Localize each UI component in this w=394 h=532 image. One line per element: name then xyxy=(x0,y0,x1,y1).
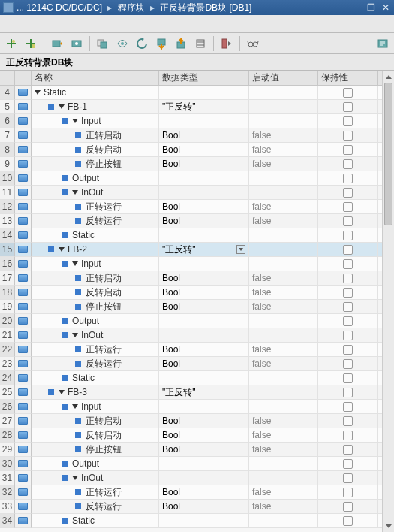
type-cell[interactable] xyxy=(159,457,249,471)
retain-cell[interactable] xyxy=(318,428,378,443)
caret-down-icon[interactable] xyxy=(72,404,78,409)
retain-cell[interactable] xyxy=(318,257,378,271)
start-cell[interactable] xyxy=(249,100,318,114)
start-cell[interactable] xyxy=(249,371,318,385)
type-cell[interactable]: Bool xyxy=(159,485,249,500)
type-cell[interactable] xyxy=(159,371,249,385)
retain-checkbox[interactable] xyxy=(343,274,353,283)
start-cell[interactable] xyxy=(249,328,318,343)
retain-cell[interactable] xyxy=(318,86,378,100)
crumb-2[interactable]: 程序块 xyxy=(118,2,145,13)
init-button[interactable] xyxy=(134,35,150,52)
retain-checkbox[interactable] xyxy=(343,373,353,383)
retain-checkbox[interactable] xyxy=(343,159,353,169)
name-cell[interactable]: Static xyxy=(32,228,159,243)
start-cell[interactable] xyxy=(249,171,318,186)
start-cell[interactable]: false xyxy=(249,128,318,143)
type-cell[interactable]: Bool xyxy=(159,357,249,371)
name-cell[interactable]: 反转运行 xyxy=(32,357,159,371)
type-cell[interactable] xyxy=(159,171,249,186)
retain-cell[interactable] xyxy=(318,343,378,357)
start-cell[interactable] xyxy=(249,186,318,200)
retain-cell[interactable] xyxy=(318,271,378,286)
start-cell[interactable] xyxy=(249,257,318,271)
header-type[interactable]: 数据类型 xyxy=(159,71,249,86)
name-cell[interactable]: Static xyxy=(32,514,159,528)
caret-down-icon[interactable] xyxy=(59,390,65,394)
name-cell[interactable]: 反转运行 xyxy=(32,500,159,514)
retain-cell[interactable] xyxy=(318,471,378,485)
type-cell[interactable]: "正反转" xyxy=(159,243,249,257)
retain-cell[interactable] xyxy=(318,214,378,228)
start-cell[interactable]: false xyxy=(249,343,318,357)
retain-cell[interactable] xyxy=(318,228,378,243)
settings-button[interactable] xyxy=(374,35,391,52)
retain-cell[interactable] xyxy=(318,385,378,400)
retain-checkbox[interactable] xyxy=(343,316,353,326)
type-cell[interactable]: Bool xyxy=(159,500,249,514)
retain-checkbox[interactable] xyxy=(343,359,353,369)
close-button[interactable]: ✕ xyxy=(380,2,391,13)
retain-checkbox[interactable] xyxy=(343,459,353,469)
retain-checkbox[interactable] xyxy=(343,202,353,212)
start-cell[interactable]: false xyxy=(249,300,318,314)
type-cell[interactable] xyxy=(159,257,249,271)
name-cell[interactable]: 正转运行 xyxy=(32,485,159,500)
retain-cell[interactable] xyxy=(318,300,378,314)
name-cell[interactable]: 正转运行 xyxy=(32,200,159,214)
retain-checkbox[interactable] xyxy=(343,116,353,126)
retain-checkbox[interactable] xyxy=(343,145,353,155)
retain-checkbox[interactable] xyxy=(343,302,353,312)
insert-row-button[interactable] xyxy=(23,35,39,52)
type-cell[interactable]: Bool xyxy=(159,414,249,428)
retain-checkbox[interactable] xyxy=(343,245,353,255)
header-retain[interactable]: 保持性 xyxy=(318,71,378,86)
scroll-thumb[interactable] xyxy=(384,83,392,225)
name-cell[interactable]: 正转启动 xyxy=(32,128,159,143)
start-cell[interactable]: false xyxy=(249,143,318,157)
retain-cell[interactable] xyxy=(318,314,378,328)
scroll-up-button[interactable] xyxy=(383,71,394,83)
caret-down-icon[interactable] xyxy=(72,333,78,337)
retain-cell[interactable] xyxy=(318,243,378,257)
name-cell[interactable]: Static xyxy=(32,86,159,100)
type-cell[interactable] xyxy=(159,471,249,485)
retain-checkbox[interactable] xyxy=(343,345,353,355)
start-cell[interactable]: false xyxy=(249,428,318,443)
type-cell[interactable]: Bool xyxy=(159,214,249,228)
type-cell[interactable]: Bool xyxy=(159,271,249,286)
type-cell[interactable] xyxy=(159,228,249,243)
start-cell[interactable] xyxy=(249,385,318,400)
start-cell[interactable] xyxy=(249,400,318,414)
type-cell[interactable]: Bool xyxy=(159,157,249,171)
retain-cell[interactable] xyxy=(318,143,378,157)
retain-checkbox[interactable] xyxy=(343,188,353,198)
retain-cell[interactable] xyxy=(318,100,378,114)
dropdown-icon[interactable] xyxy=(236,245,245,254)
type-cell[interactable] xyxy=(159,328,249,343)
retain-cell[interactable] xyxy=(318,357,378,371)
type-cell[interactable]: "正反转" xyxy=(159,385,249,400)
name-cell[interactable]: 反转启动 xyxy=(32,286,159,300)
start-cell[interactable]: false xyxy=(249,500,318,514)
retain-checkbox[interactable] xyxy=(343,331,353,340)
retain-cell[interactable] xyxy=(318,500,378,514)
name-cell[interactable]: FB-3 xyxy=(32,385,159,400)
caret-down-icon[interactable] xyxy=(59,104,65,109)
retain-checkbox[interactable] xyxy=(343,445,353,455)
type-cell[interactable] xyxy=(159,114,249,128)
retain-cell[interactable] xyxy=(318,186,378,200)
start-cell[interactable]: false xyxy=(249,286,318,300)
actual-values-button[interactable] xyxy=(218,35,235,52)
caret-down-icon[interactable] xyxy=(59,247,65,252)
glasses-button[interactable] xyxy=(245,35,261,52)
download-button[interactable] xyxy=(153,35,170,52)
retain-checkbox[interactable] xyxy=(343,388,353,397)
add-row-button[interactable] xyxy=(3,35,20,52)
type-cell[interactable]: Bool xyxy=(159,443,249,457)
start-cell[interactable] xyxy=(249,514,318,528)
type-cell[interactable]: Bool xyxy=(159,286,249,300)
retain-cell[interactable] xyxy=(318,514,378,528)
vertical-scrollbar[interactable] xyxy=(382,71,394,532)
caret-down-icon[interactable] xyxy=(35,90,41,95)
